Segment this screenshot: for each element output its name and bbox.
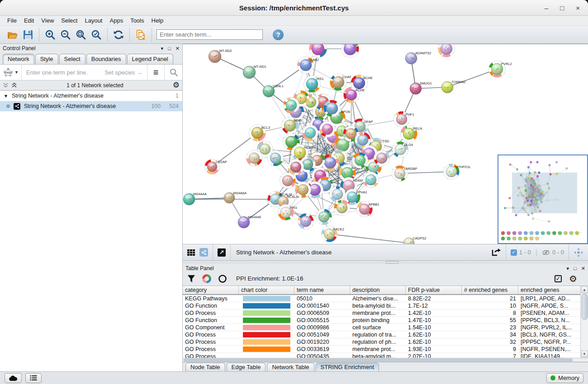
tab-edge-table[interactable]: Edge Table [227,363,266,371]
table-row[interactable]: KEGG Pathways05010Alzheimer's dise...8.8… [183,295,580,302]
network-node-TOMM40[interactable]: TOMM40 [441,80,465,93]
scroll-down-icon[interactable]: ▼ [581,351,588,357]
refresh-network-icon[interactable] [112,28,125,41]
table-row[interactable]: GO ProcessGO:0019220regulation of ph...1… [183,338,580,346]
gear-icon[interactable]: ⚙ [173,81,180,89]
menu-file[interactable]: File [4,17,20,24]
table-row[interactable]: GO ProcessGO:0033619membrane prot...1.93… [183,346,580,353]
column-header-description[interactable]: description [350,286,406,294]
table-row[interactable]: GO FunctionGO:0001540beta-amyloid bi...1… [183,302,580,309]
export-network-icon[interactable] [491,248,501,257]
float-panel-icon[interactable]: □ [168,46,171,51]
zoom-in-icon[interactable] [44,28,57,41]
menu-view[interactable]: View [38,17,57,24]
reset-chart-icon[interactable] [218,274,227,283]
table-row[interactable]: GO FunctionGO:0005515protein binding1.47… [183,317,580,324]
clone-network-icon[interactable] [134,28,147,41]
network-node[interactable] [298,214,314,229]
tab-legend-panel[interactable]: Legend Panel [127,54,173,64]
network-node[interactable] [280,173,296,189]
search-input[interactable] [156,29,263,40]
network-node[interactable] [284,98,299,113]
network-node-ACHE[interactable]: ACHE [344,87,365,103]
network-node-MT-ND1[interactable]: MT-ND1 [243,65,266,79]
horizontal-scrollbar[interactable] [183,358,588,362]
open-in-browser-icon[interactable]: ↗ [218,248,226,257]
tab-node-table[interactable]: Node Table [185,363,225,371]
select-terms-checkbox-icon[interactable]: ✓ [555,275,562,282]
table-row[interactable]: GO ProcessGO:0006509membrane prot...1.42… [183,309,580,317]
network-node-BIN1[interactable]: BIN1 [278,205,298,220]
network-node[interactable] [334,200,350,216]
tab-string-enrichment[interactable]: STRING Enrichment [316,363,379,371]
grid-view-icon[interactable] [187,249,195,256]
open-session-icon[interactable] [6,28,19,41]
network-node-CADPS2[interactable]: CADPS2 [403,236,426,244]
network-collection-row[interactable]: ▼ String Network - Alzheimer's disease 1 [0,91,182,101]
table-row[interactable]: GO ComponentGO:0009986cell surface1.54E-… [183,324,580,331]
save-session-icon[interactable] [22,28,34,41]
network-node-VSNL1[interactable]: VSNL1 [263,84,284,97]
network-node[interactable] [309,44,327,58]
menu-edit[interactable]: Edit [20,17,38,24]
tab-network[interactable]: Network [3,54,34,64]
selected-checkbox-icon[interactable]: ✓ [511,249,517,256]
network-node-TARDBP[interactable]: TARDBP [392,166,417,182]
birds-eye-toggle-icon[interactable] [574,248,583,258]
menu-tools[interactable]: Tools [127,17,147,24]
expand-all-icon[interactable] [11,82,17,88]
tab-style[interactable]: Style [35,54,58,64]
network-node[interactable] [324,100,341,117]
column-header-enriched-genes[interactable]: # enriched genes [462,286,518,294]
network-node-ADAMTS2[interactable]: ADAMTS2 [405,51,432,64]
string-options-icon[interactable]: ≡ [147,65,164,80]
tab-boundaries[interactable]: Boundaries [86,54,126,64]
network-node[interactable] [303,125,318,141]
vertical-scrollbar[interactable]: ▲ ▼ [580,286,588,358]
minimize-button[interactable]: – [545,5,548,11]
string-search-icon[interactable] [164,65,182,80]
cloud-tasks-button[interactable] [5,373,22,383]
network-node[interactable] [295,182,311,198]
menu-layout[interactable]: Layout [81,17,106,24]
collapse-all-icon[interactable] [3,82,9,88]
network-node[interactable] [352,153,368,169]
panel-menu-icon[interactable]: ▾ [567,266,569,271]
network-node-MS4A6A[interactable]: MS4A6A [224,191,247,203]
network-node-IRS1[interactable]: IRS1 [304,76,324,93]
network-node-BACE2[interactable]: BACE2 [322,226,345,242]
zoom-out-icon[interactable] [59,28,72,41]
enrichment-chart-icon[interactable] [202,274,212,284]
tab-select[interactable]: Select [59,54,85,64]
memory-button[interactable]: Memory [546,373,583,383]
network-node-CD2AP[interactable]: CD2AP [205,159,227,174]
close-panel-icon[interactable]: ✕ [175,46,180,51]
column-header-category[interactable]: category [183,286,239,294]
network-node-PVRL2[interactable]: PVRL2 [489,61,512,78]
network-node[interactable] [341,44,359,58]
network-canvas[interactable]: MT-ND2MT-ND1VSNL1GAB2IRS1CHATBCHEACHEADA… [183,44,588,244]
share-network-icon[interactable] [199,248,208,257]
close-button[interactable]: × [576,5,580,11]
menu-apps[interactable]: Apps [106,17,127,24]
help-icon[interactable]: ? [273,29,284,40]
network-node[interactable] [288,159,304,175]
set-species-label[interactable]: Set species → [104,69,142,76]
tab-network-table[interactable]: Network Table [267,363,314,371]
task-history-button[interactable] [25,373,42,383]
zoom-selected-icon[interactable] [90,28,103,41]
network-node[interactable] [316,209,332,225]
network-graph[interactable]: MT-ND2MT-ND1VSNL1GAB2IRS1CHATBCHEACHEADA… [183,44,584,244]
close-panel-icon[interactable]: ✕ [581,266,585,271]
network-node[interactable] [330,187,346,202]
network-node-DLG4[interactable]: DLG4 [393,142,413,158]
settings-gear-icon[interactable]: ⚙ [569,274,577,283]
panel-menu-icon[interactable]: ▾ [161,46,164,51]
network-node[interactable] [320,122,336,137]
menu-select[interactable]: Select [57,17,81,24]
network-node[interactable] [438,44,455,57]
network-node-MTHFD1L[interactable]: MTHFD1L [444,164,471,180]
column-header-term-name[interactable]: term name [294,286,350,294]
network-node-MS4A4E[interactable]: MS4A4E [238,215,261,228]
scrollbar-thumb[interactable] [184,359,573,361]
